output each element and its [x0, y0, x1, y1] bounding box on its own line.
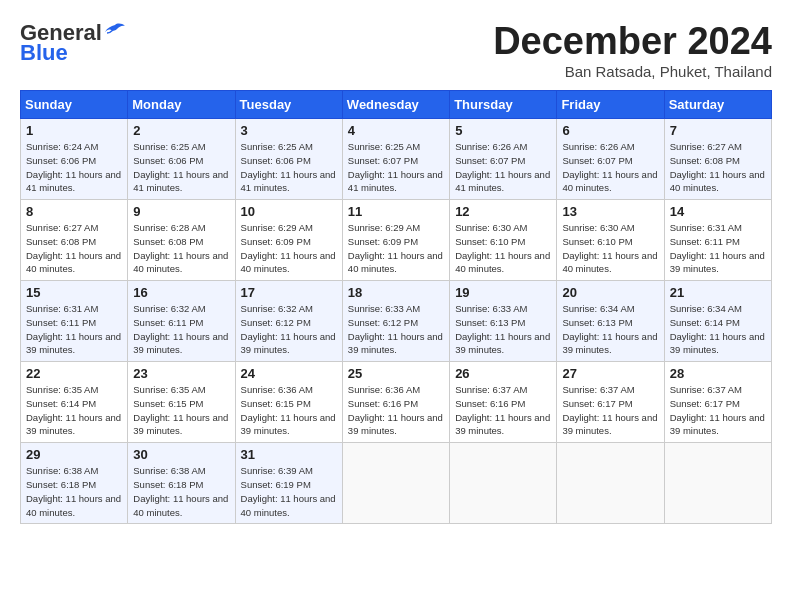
- day-cell-11: 11Sunrise: 6:29 AMSunset: 6:09 PMDayligh…: [342, 200, 449, 281]
- day-info: Sunrise: 6:27 AMSunset: 6:08 PMDaylight:…: [670, 140, 766, 195]
- day-number: 9: [133, 204, 229, 219]
- day-cell-15: 15Sunrise: 6:31 AMSunset: 6:11 PMDayligh…: [21, 281, 128, 362]
- day-info: Sunrise: 6:25 AMSunset: 6:07 PMDaylight:…: [348, 140, 444, 195]
- day-cell-27: 27Sunrise: 6:37 AMSunset: 6:17 PMDayligh…: [557, 362, 664, 443]
- week-row-2: 8Sunrise: 6:27 AMSunset: 6:08 PMDaylight…: [21, 200, 772, 281]
- day-cell-30: 30Sunrise: 6:38 AMSunset: 6:18 PMDayligh…: [128, 443, 235, 524]
- day-info: Sunrise: 6:38 AMSunset: 6:18 PMDaylight:…: [26, 464, 122, 519]
- day-cell-13: 13Sunrise: 6:30 AMSunset: 6:10 PMDayligh…: [557, 200, 664, 281]
- weekday-header-thursday: Thursday: [450, 91, 557, 119]
- day-number: 24: [241, 366, 337, 381]
- day-info: Sunrise: 6:30 AMSunset: 6:10 PMDaylight:…: [562, 221, 658, 276]
- day-number: 19: [455, 285, 551, 300]
- day-cell-22: 22Sunrise: 6:35 AMSunset: 6:14 PMDayligh…: [21, 362, 128, 443]
- logo: General Blue: [20, 20, 125, 66]
- day-number: 31: [241, 447, 337, 462]
- day-cell-14: 14Sunrise: 6:31 AMSunset: 6:11 PMDayligh…: [664, 200, 771, 281]
- day-cell-19: 19Sunrise: 6:33 AMSunset: 6:13 PMDayligh…: [450, 281, 557, 362]
- page-header: General Blue December 2024 Ban Ratsada, …: [20, 20, 772, 80]
- day-cell-26: 26Sunrise: 6:37 AMSunset: 6:16 PMDayligh…: [450, 362, 557, 443]
- day-number: 26: [455, 366, 551, 381]
- day-cell-6: 6Sunrise: 6:26 AMSunset: 6:07 PMDaylight…: [557, 119, 664, 200]
- day-info: Sunrise: 6:31 AMSunset: 6:11 PMDaylight:…: [670, 221, 766, 276]
- empty-cell: [664, 443, 771, 524]
- day-info: Sunrise: 6:35 AMSunset: 6:14 PMDaylight:…: [26, 383, 122, 438]
- location: Ban Ratsada, Phuket, Thailand: [493, 63, 772, 80]
- day-cell-25: 25Sunrise: 6:36 AMSunset: 6:16 PMDayligh…: [342, 362, 449, 443]
- day-number: 17: [241, 285, 337, 300]
- day-info: Sunrise: 6:34 AMSunset: 6:13 PMDaylight:…: [562, 302, 658, 357]
- day-number: 12: [455, 204, 551, 219]
- day-cell-16: 16Sunrise: 6:32 AMSunset: 6:11 PMDayligh…: [128, 281, 235, 362]
- day-number: 23: [133, 366, 229, 381]
- logo-blue-text: Blue: [20, 40, 68, 66]
- day-number: 28: [670, 366, 766, 381]
- day-number: 14: [670, 204, 766, 219]
- day-info: Sunrise: 6:25 AMSunset: 6:06 PMDaylight:…: [133, 140, 229, 195]
- empty-cell: [450, 443, 557, 524]
- day-info: Sunrise: 6:29 AMSunset: 6:09 PMDaylight:…: [241, 221, 337, 276]
- week-row-5: 29Sunrise: 6:38 AMSunset: 6:18 PMDayligh…: [21, 443, 772, 524]
- day-number: 5: [455, 123, 551, 138]
- day-number: 7: [670, 123, 766, 138]
- day-number: 10: [241, 204, 337, 219]
- day-info: Sunrise: 6:33 AMSunset: 6:12 PMDaylight:…: [348, 302, 444, 357]
- day-info: Sunrise: 6:25 AMSunset: 6:06 PMDaylight:…: [241, 140, 337, 195]
- day-info: Sunrise: 6:32 AMSunset: 6:11 PMDaylight:…: [133, 302, 229, 357]
- day-cell-20: 20Sunrise: 6:34 AMSunset: 6:13 PMDayligh…: [557, 281, 664, 362]
- day-cell-2: 2Sunrise: 6:25 AMSunset: 6:06 PMDaylight…: [128, 119, 235, 200]
- day-info: Sunrise: 6:24 AMSunset: 6:06 PMDaylight:…: [26, 140, 122, 195]
- day-info: Sunrise: 6:26 AMSunset: 6:07 PMDaylight:…: [562, 140, 658, 195]
- day-info: Sunrise: 6:37 AMSunset: 6:16 PMDaylight:…: [455, 383, 551, 438]
- empty-cell: [342, 443, 449, 524]
- day-info: Sunrise: 6:28 AMSunset: 6:08 PMDaylight:…: [133, 221, 229, 276]
- day-cell-5: 5Sunrise: 6:26 AMSunset: 6:07 PMDaylight…: [450, 119, 557, 200]
- day-number: 11: [348, 204, 444, 219]
- empty-cell: [557, 443, 664, 524]
- day-number: 30: [133, 447, 229, 462]
- day-number: 2: [133, 123, 229, 138]
- day-cell-7: 7Sunrise: 6:27 AMSunset: 6:08 PMDaylight…: [664, 119, 771, 200]
- day-info: Sunrise: 6:30 AMSunset: 6:10 PMDaylight:…: [455, 221, 551, 276]
- day-number: 1: [26, 123, 122, 138]
- weekday-header-monday: Monday: [128, 91, 235, 119]
- week-row-3: 15Sunrise: 6:31 AMSunset: 6:11 PMDayligh…: [21, 281, 772, 362]
- week-row-4: 22Sunrise: 6:35 AMSunset: 6:14 PMDayligh…: [21, 362, 772, 443]
- day-cell-8: 8Sunrise: 6:27 AMSunset: 6:08 PMDaylight…: [21, 200, 128, 281]
- day-cell-12: 12Sunrise: 6:30 AMSunset: 6:10 PMDayligh…: [450, 200, 557, 281]
- day-number: 6: [562, 123, 658, 138]
- weekday-header-saturday: Saturday: [664, 91, 771, 119]
- day-cell-29: 29Sunrise: 6:38 AMSunset: 6:18 PMDayligh…: [21, 443, 128, 524]
- day-info: Sunrise: 6:39 AMSunset: 6:19 PMDaylight:…: [241, 464, 337, 519]
- day-info: Sunrise: 6:37 AMSunset: 6:17 PMDaylight:…: [562, 383, 658, 438]
- day-info: Sunrise: 6:34 AMSunset: 6:14 PMDaylight:…: [670, 302, 766, 357]
- week-row-1: 1Sunrise: 6:24 AMSunset: 6:06 PMDaylight…: [21, 119, 772, 200]
- day-number: 4: [348, 123, 444, 138]
- day-number: 13: [562, 204, 658, 219]
- weekday-header-row: SundayMondayTuesdayWednesdayThursdayFrid…: [21, 91, 772, 119]
- day-info: Sunrise: 6:36 AMSunset: 6:16 PMDaylight:…: [348, 383, 444, 438]
- day-number: 22: [26, 366, 122, 381]
- day-number: 15: [26, 285, 122, 300]
- weekday-header-wednesday: Wednesday: [342, 91, 449, 119]
- day-cell-17: 17Sunrise: 6:32 AMSunset: 6:12 PMDayligh…: [235, 281, 342, 362]
- day-cell-1: 1Sunrise: 6:24 AMSunset: 6:06 PMDaylight…: [21, 119, 128, 200]
- day-info: Sunrise: 6:37 AMSunset: 6:17 PMDaylight:…: [670, 383, 766, 438]
- logo-bird-icon: [105, 23, 125, 39]
- day-number: 16: [133, 285, 229, 300]
- weekday-header-friday: Friday: [557, 91, 664, 119]
- day-number: 8: [26, 204, 122, 219]
- day-cell-10: 10Sunrise: 6:29 AMSunset: 6:09 PMDayligh…: [235, 200, 342, 281]
- day-info: Sunrise: 6:36 AMSunset: 6:15 PMDaylight:…: [241, 383, 337, 438]
- day-cell-9: 9Sunrise: 6:28 AMSunset: 6:08 PMDaylight…: [128, 200, 235, 281]
- day-number: 18: [348, 285, 444, 300]
- day-info: Sunrise: 6:31 AMSunset: 6:11 PMDaylight:…: [26, 302, 122, 357]
- day-cell-4: 4Sunrise: 6:25 AMSunset: 6:07 PMDaylight…: [342, 119, 449, 200]
- day-cell-24: 24Sunrise: 6:36 AMSunset: 6:15 PMDayligh…: [235, 362, 342, 443]
- title-block: December 2024 Ban Ratsada, Phuket, Thail…: [493, 20, 772, 80]
- day-info: Sunrise: 6:35 AMSunset: 6:15 PMDaylight:…: [133, 383, 229, 438]
- day-cell-23: 23Sunrise: 6:35 AMSunset: 6:15 PMDayligh…: [128, 362, 235, 443]
- day-info: Sunrise: 6:27 AMSunset: 6:08 PMDaylight:…: [26, 221, 122, 276]
- day-number: 25: [348, 366, 444, 381]
- day-number: 3: [241, 123, 337, 138]
